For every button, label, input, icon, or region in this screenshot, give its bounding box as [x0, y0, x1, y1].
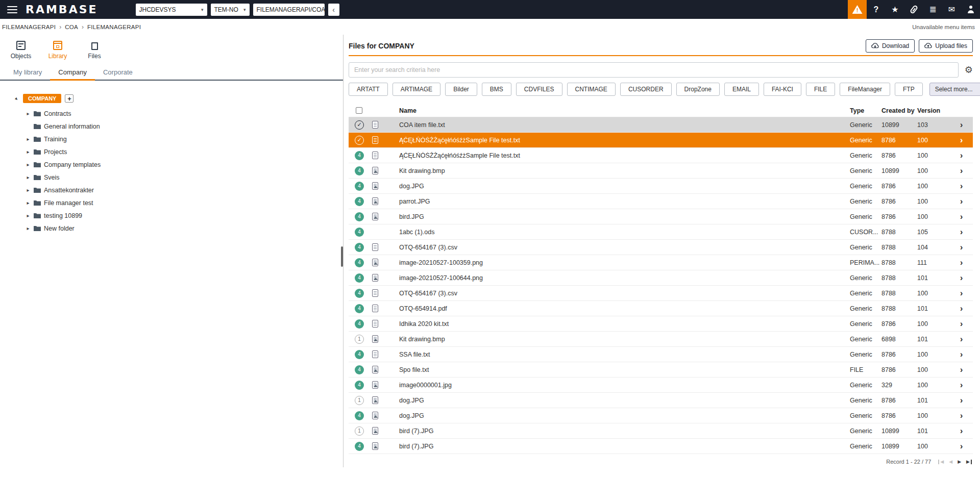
toolbar-item[interactable]: Objects — [8, 41, 34, 60]
row-status-badge[interactable]: 4 — [355, 319, 364, 329]
row-details-chevron-icon[interactable]: › — [950, 120, 973, 129]
row-details-chevron-icon[interactable]: › — [950, 442, 973, 450]
table-row[interactable]: ✓ ĄĆĘŁŃÓŚŹŻąćęłńóśźżSample File test.txt… — [349, 133, 973, 148]
filter-chip[interactable]: FileManager — [840, 83, 890, 96]
tree-folder-row[interactable]: ▸ Sveis — [26, 171, 343, 184]
tree-root-node[interactable]: COMPANY — [23, 94, 61, 103]
row-status-badge[interactable]: 4 — [355, 212, 364, 221]
table-row[interactable]: 4 ĄĆĘŁŃÓŚŹŻąćęłńóśźżSample File test.txt… — [349, 148, 973, 163]
row-details-chevron-icon[interactable]: › — [950, 136, 973, 144]
breadcrumb-link[interactable]: FILEMANAGERAPI — [2, 24, 56, 30]
created-by-column-header[interactable]: Created by — [881, 107, 917, 114]
filter-chip[interactable]: CDVFILES — [516, 83, 562, 96]
filter-chip[interactable]: ARTIMAGE — [393, 83, 440, 96]
row-details-chevron-icon[interactable]: › — [950, 396, 973, 405]
row-details-chevron-icon[interactable]: › — [950, 365, 973, 374]
filter-chip[interactable]: EMAIL — [724, 83, 759, 96]
select-all-checkbox[interactable] — [356, 107, 362, 114]
help-icon[interactable]: ? — [867, 0, 886, 19]
gear-settings-icon[interactable]: ⚙ — [965, 65, 973, 74]
filter-chip[interactable]: FILE — [806, 83, 835, 96]
filter-chip[interactable]: DropZone — [676, 83, 720, 96]
row-status-badge[interactable]: 1 — [355, 396, 364, 405]
toolbar-item[interactable]: Library — [45, 41, 70, 60]
add-folder-button[interactable]: + — [65, 94, 74, 103]
filter-chip[interactable]: CNTIMAGE — [567, 83, 616, 96]
tree-folder-row[interactable]: ▸ Training — [26, 133, 343, 145]
search-input[interactable] — [349, 62, 959, 78]
first-page-button[interactable]: ◀ — [938, 460, 944, 464]
filter-chip[interactable]: BMS — [482, 83, 511, 96]
tree-folder-row[interactable]: ▸ Contracts — [26, 107, 343, 120]
table-row[interactable]: 4 dog.JPG Generic 8786 100 › — [349, 408, 973, 423]
row-status-badge[interactable]: 4 — [355, 365, 364, 374]
row-status-badge[interactable]: 4 — [355, 289, 364, 298]
table-row[interactable]: 4 SSA file.txt Generic 8786 100 › — [349, 347, 973, 362]
caret-collapsed-icon[interactable]: ▸ — [26, 136, 31, 142]
back-button[interactable]: ‹ — [328, 4, 339, 16]
table-row[interactable]: 4 image-20210527-100359.png PERIMA... 87… — [349, 255, 973, 270]
table-row[interactable]: 4 1abc (1).ods CUSOR... 8788 105 › — [349, 224, 973, 240]
table-row[interactable]: 4 Idhika 2020 kit.txt Generic 8786 100 › — [349, 316, 973, 332]
previous-page-button[interactable]: ◀ — [949, 460, 952, 464]
row-details-chevron-icon[interactable]: › — [950, 411, 973, 420]
table-row[interactable]: 4 OTQ-654167 (3).csv Generic 8788 100 › — [349, 286, 973, 301]
row-details-chevron-icon[interactable]: › — [950, 304, 973, 313]
library-tab[interactable]: Corporate — [95, 65, 141, 81]
row-status-badge[interactable]: 4 — [355, 151, 364, 160]
menu-list-icon[interactable]: ≣ — [923, 0, 942, 19]
tree-folder-row[interactable]: ▸ Ansattekontrakter — [26, 184, 343, 196]
caret-expanded-icon[interactable]: ▸ — [13, 95, 21, 103]
caret-collapsed-icon[interactable]: ▸ — [26, 162, 31, 167]
table-row[interactable]: 4 bird (7).JPG Generic 10899 100 › — [349, 439, 973, 454]
locale-select[interactable]: TEM-NO ▾ — [211, 4, 250, 16]
row-status-badge[interactable]: 1 — [355, 335, 364, 344]
filter-chip[interactable]: Bilder — [445, 83, 477, 96]
row-details-chevron-icon[interactable]: › — [950, 243, 973, 251]
table-row[interactable]: 4 Kit drawing.bmp Generic 10899 100 › — [349, 163, 973, 179]
row-details-chevron-icon[interactable]: › — [950, 289, 973, 297]
row-details-chevron-icon[interactable]: › — [950, 197, 973, 206]
row-details-chevron-icon[interactable]: › — [950, 381, 973, 389]
caret-collapsed-icon[interactable]: ▸ — [26, 200, 31, 206]
row-status-badge[interactable]: 4 — [355, 273, 364, 283]
table-row[interactable]: ✓ COA item file.txt Generic 10899 103 › — [349, 117, 973, 133]
row-details-chevron-icon[interactable]: › — [950, 426, 973, 435]
library-tab[interactable]: Company — [50, 65, 95, 81]
select-more-dropdown[interactable]: Select more... ▼ — [929, 83, 980, 96]
row-status-badge[interactable]: 4 — [355, 304, 364, 313]
table-row[interactable]: 4 image0000001.jpg Generic 329 100 › — [349, 378, 973, 393]
tree-folder-row[interactable]: ▸ Company templates — [26, 158, 343, 171]
row-status-badge[interactable]: 4 — [355, 442, 364, 451]
mail-icon[interactable]: ✉ — [942, 0, 961, 19]
row-status-badge[interactable]: 4 — [355, 350, 364, 359]
name-column-header[interactable]: Name — [399, 107, 850, 114]
table-row[interactable]: 4 Spo file.txt FILE 8786 100 › — [349, 362, 973, 378]
caret-collapsed-icon[interactable]: ▸ — [26, 149, 31, 155]
row-details-chevron-icon[interactable]: › — [950, 228, 973, 236]
breadcrumb-link[interactable]: FILEMANAGERAPI — [87, 24, 141, 30]
tree-folder-row[interactable]: ▸ File manager test — [26, 196, 343, 209]
row-details-chevron-icon[interactable]: › — [950, 151, 973, 160]
row-details-chevron-icon[interactable]: › — [950, 273, 973, 282]
table-row[interactable]: 4 OTQ-654167 (3).csv Generic 8788 104 › — [349, 240, 973, 255]
row-details-chevron-icon[interactable]: › — [950, 258, 973, 267]
caret-collapsed-icon[interactable]: ▸ — [26, 213, 31, 218]
library-tab[interactable]: My library — [5, 65, 50, 81]
breadcrumb-link[interactable]: COA — [65, 24, 78, 30]
table-row[interactable]: 4 parrot.JPG Generic 8786 100 › — [349, 194, 973, 209]
table-row[interactable]: 1 dog.JPG Generic 8786 101 › — [349, 393, 973, 408]
row-status-badge[interactable]: 4 — [355, 243, 364, 252]
row-status-badge[interactable]: 4 — [355, 197, 364, 206]
filter-chip[interactable]: ARTATT — [349, 83, 388, 96]
caret-collapsed-icon[interactable]: ▸ — [26, 174, 31, 180]
filter-chip[interactable]: FTP — [895, 83, 923, 96]
user-icon[interactable] — [961, 0, 980, 19]
row-details-chevron-icon[interactable]: › — [950, 166, 973, 175]
row-details-chevron-icon[interactable]: › — [950, 319, 973, 328]
caret-collapsed-icon[interactable]: ▸ — [26, 187, 31, 193]
tree-folder-row[interactable]: ▸ testing 10899 — [26, 209, 343, 222]
scrollbar-thumb[interactable] — [341, 246, 343, 267]
download-button[interactable]: Download — [866, 39, 915, 53]
row-details-chevron-icon[interactable]: › — [950, 212, 973, 221]
